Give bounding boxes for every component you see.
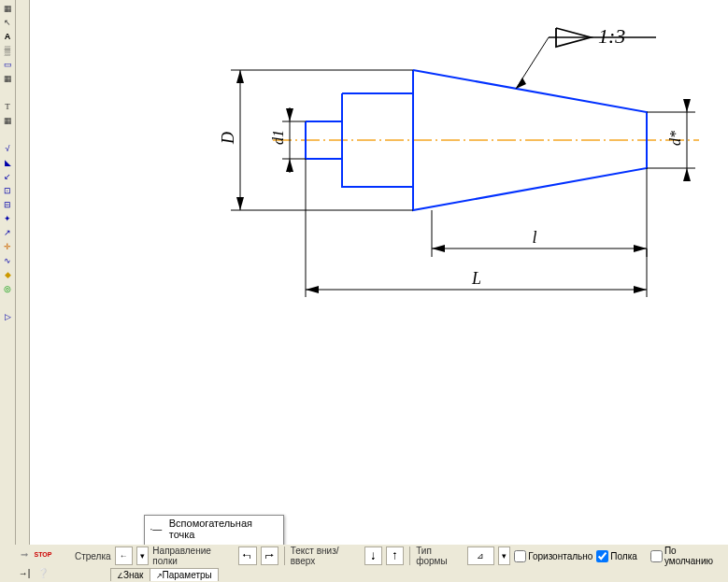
- svg-marker-22: [634, 245, 647, 252]
- shelf-checkbox[interactable]: Полка: [596, 550, 637, 562]
- dim-d1-text: d1: [270, 130, 286, 145]
- shelf-check-label: Полка: [610, 551, 637, 561]
- taper-ratio-text: 1:3: [598, 24, 625, 48]
- shape-type-label: Тип формы: [416, 546, 464, 566]
- svg-marker-7: [236, 197, 244, 210]
- separator: [409, 547, 410, 565]
- dim-l-text: l: [532, 228, 536, 247]
- arrow-dropdown-button[interactable]: ▾: [136, 547, 150, 565]
- tool-wave-icon[interactable]: ∿: [1, 254, 14, 267]
- tool-base-icon[interactable]: ◣: [1, 156, 14, 169]
- dim-D-text: D: [219, 132, 237, 145]
- vertical-toolbar-1: ▦ ↖ A ▒ ▭ ▦ T ▦ √ ◣ ↙ ⊡ ⊟ ✦ ↗ ✛ ∿ ◆ ◎ ▷: [0, 0, 16, 582]
- svg-marker-11: [286, 108, 293, 121]
- arrow-label: Стрелка: [75, 551, 111, 561]
- drawing-canvas[interactable]: D d1 d* l: [30, 0, 728, 582]
- tab-params[interactable]: ↗Параметры: [150, 568, 219, 581]
- tab-sign[interactable]: ∠Знак: [110, 568, 150, 581]
- shape-type-button[interactable]: ⊿: [467, 547, 494, 565]
- dim-dstar-text: d*: [667, 131, 683, 146]
- property-tabs: ∠Знак ↗Параметры: [71, 567, 728, 582]
- tool-select-icon[interactable]: ▦: [1, 2, 14, 15]
- apply-icon[interactable]: ➞: [17, 547, 32, 561]
- horizontal-check-input[interactable]: [514, 550, 526, 562]
- svg-marker-21: [432, 245, 445, 252]
- horizontal-check-label: Горизонтально: [528, 551, 592, 561]
- shelf-dir-label: Направление полки: [152, 546, 235, 566]
- horizontal-checkbox[interactable]: Горизонтально: [514, 550, 592, 562]
- arrow-style-button[interactable]: ←: [115, 547, 133, 565]
- tool-tolerance-icon[interactable]: ⊟: [1, 198, 14, 211]
- more-icon[interactable]: →|: [17, 565, 32, 580]
- action-buttons-block: ➞ STOP →| ❔: [15, 545, 72, 582]
- text-updown-label: Текст вниз/вверх: [291, 546, 361, 566]
- tool-line-icon[interactable]: ↗: [1, 226, 14, 239]
- tool-position-icon[interactable]: ⊡: [1, 184, 14, 197]
- tool-mark-icon[interactable]: ✦: [1, 212, 14, 225]
- tool-hatch-icon[interactable]: ▒: [1, 44, 14, 57]
- default-checkbox[interactable]: По умолчанию: [650, 546, 724, 566]
- popup-item-label: Вспомогательная точка: [169, 518, 279, 540]
- svg-marker-26: [306, 286, 319, 293]
- svg-marker-6: [236, 70, 244, 83]
- svg-marker-12: [286, 159, 293, 172]
- property-bar: Стрелка ← ▾ Направление полки ⮢ ⮣ Текст …: [71, 545, 728, 567]
- text-down-button[interactable]: ⭣: [364, 547, 382, 565]
- tool-taper-icon[interactable]: ▷: [1, 310, 14, 323]
- help-icon[interactable]: ❔: [36, 565, 50, 580]
- tool-grid-icon[interactable]: ▦: [1, 72, 14, 85]
- aux-point-icon: ·—: [149, 524, 164, 534]
- tool-text-icon[interactable]: A: [1, 30, 14, 43]
- tool-leader-icon[interactable]: ↙: [1, 170, 14, 183]
- tool-table-icon[interactable]: ▦: [1, 114, 14, 127]
- svg-marker-27: [634, 286, 647, 293]
- text-up-button[interactable]: ⭡: [386, 547, 404, 565]
- tool-text2-icon[interactable]: T: [1, 100, 14, 113]
- tool-weld-icon[interactable]: ◆: [1, 268, 14, 281]
- shelf-right-button[interactable]: ⮣: [261, 547, 278, 565]
- default-check-label: По умолчанию: [664, 546, 724, 566]
- blank-icon: [54, 547, 69, 561]
- svg-marker-17: [683, 168, 691, 181]
- svg-marker-29: [516, 78, 526, 89]
- shelf-left-button[interactable]: ⮢: [238, 547, 256, 565]
- blank2-icon: [54, 565, 69, 580]
- technical-drawing: D d1 d* l: [30, 0, 728, 374]
- tool-center-icon[interactable]: ✛: [1, 240, 14, 253]
- popup-item-aux-point[interactable]: ·— Вспомогательная точка: [145, 516, 283, 542]
- tool-spacer-1: [1, 86, 14, 99]
- separator: [284, 547, 285, 565]
- tool-circle-icon[interactable]: ◎: [1, 282, 14, 295]
- svg-marker-16: [683, 99, 691, 112]
- default-check-input[interactable]: [650, 550, 663, 562]
- shape-type-dropdown[interactable]: ▾: [498, 547, 511, 565]
- tool-rect-icon[interactable]: ▭: [1, 58, 14, 71]
- shelf-check-input[interactable]: [596, 550, 608, 562]
- tool-spacer-2: [1, 128, 14, 141]
- vertical-toolbar-2: [16, 0, 30, 582]
- dim-L-text: L: [471, 269, 481, 288]
- stop-icon[interactable]: STOP: [36, 547, 50, 561]
- tool-roughness-icon[interactable]: √: [1, 142, 14, 155]
- tool-cursor-icon[interactable]: ↖: [1, 16, 14, 29]
- tool-spacer-3: [1, 296, 14, 309]
